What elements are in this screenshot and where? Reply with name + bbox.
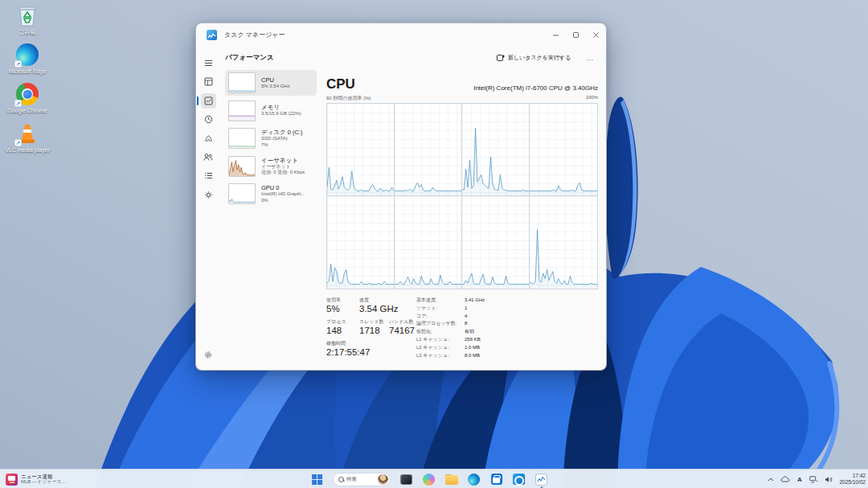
- cpu-heading: CPU: [326, 77, 355, 92]
- task-manager-icon: [535, 474, 547, 486]
- cpu-detail-pane: CPU Intel(R) Core(TM) i7-6700 CPU @ 3.40…: [326, 70, 598, 370]
- sidebar-item-title: ディスク 0 (C:): [261, 129, 303, 136]
- desktop-icon-recycle-bin[interactable]: ごみ箱: [3, 3, 51, 35]
- taskbar-outlook-button[interactable]: [512, 473, 526, 486]
- sidebar-item-sub: 5% 3.54 GHz: [261, 84, 290, 90]
- sidebar-item-title: イーサネット: [261, 157, 305, 164]
- taskbar-task-manager-button[interactable]: [534, 473, 548, 486]
- nav-services-icon[interactable]: [201, 187, 216, 203]
- settings-gear-icon[interactable]: [201, 347, 216, 363]
- nav-menu-button[interactable]: [201, 55, 216, 71]
- sidebar-item-gpu[interactable]: GPU 0 Intel(R) HD Graphi... 0%: [225, 181, 317, 207]
- recycle-bin-icon: [17, 3, 38, 27]
- sidebar-item-ethernet[interactable]: イーサネット イーサネット 送信: 0 受信: 0 Kbps: [225, 154, 317, 179]
- sidebar-item-cpu[interactable]: CPU 5% 3.54 GHz: [225, 70, 317, 96]
- maximize-button[interactable]: [566, 23, 586, 46]
- search-placeholder: 検索: [346, 476, 375, 483]
- search-avatar: [378, 474, 388, 485]
- sidebar-item-title: CPU: [261, 76, 290, 84]
- desktop-icons: ごみ箱 ↗ Microsoft Edge ↗ Google Chrome ↗ V…: [3, 3, 51, 154]
- tray-chevron-icon[interactable]: [764, 473, 776, 486]
- sidebar-item-sub: 送信: 0 受信: 0 Kbps: [261, 170, 305, 176]
- widget-subtitle: MLB ―ドジャース…: [21, 479, 67, 486]
- spec-value: 4: [465, 313, 467, 321]
- edge-icon: [468, 474, 480, 486]
- shortcut-arrow-icon: ↗: [14, 100, 22, 107]
- desktop-icon-vlc[interactable]: ↗ VLC media player: [3, 121, 51, 154]
- desktop-icon-label: VLC media player: [5, 147, 50, 154]
- nav-users-icon[interactable]: [201, 150, 216, 165]
- sidebar-item-sub: 7%: [261, 142, 303, 149]
- copilot-icon: [423, 474, 435, 486]
- performance-sidebar: CPU 5% 3.54 GHz メモリ 3.5/15.9 GB (22%): [222, 70, 317, 370]
- cpu-core-graph: [530, 196, 597, 289]
- disk-preview-graph: [228, 128, 256, 149]
- network-icon[interactable]: [808, 473, 820, 486]
- cpu-chip-name: Intel(R) Core(TM) i7-6700 CPU @ 3.40GHz: [473, 84, 598, 92]
- task-manager-window: タスク マネージャー パフォーマンス: [195, 23, 607, 371]
- spec-label: ソケット:: [416, 305, 465, 313]
- nav-details-icon[interactable]: [201, 168, 216, 183]
- task-manager-app-icon: [207, 30, 217, 40]
- widgets-button[interactable]: ニュース速報 MLB ―ドジャース…: [6, 470, 67, 488]
- cpu-core-graph: [530, 104, 597, 196]
- spec-value: 8.0 MB: [465, 352, 480, 360]
- search-box[interactable]: 検索: [333, 473, 391, 486]
- nav-performance-icon[interactable]: [201, 93, 216, 109]
- volume-icon[interactable]: [822, 473, 834, 486]
- system-tray: A 17:42 2025/10/02: [764, 470, 866, 488]
- taskbar-store-button[interactable]: [489, 473, 503, 486]
- spec-label: 論理プロセッサ数:: [416, 320, 465, 328]
- desktop-icon-edge[interactable]: ↗ Microsoft Edge: [3, 43, 51, 75]
- tray-clock[interactable]: 17:42 2025/10/02: [839, 473, 866, 486]
- windows-logo-icon: [312, 474, 322, 485]
- sidebar-item-sub: SSD (SATA): [261, 136, 303, 142]
- stat-value: 148: [326, 325, 359, 337]
- sidebar-item-memory[interactable]: メモリ 3.5/15.9 GB (22%): [225, 98, 317, 124]
- cpu-usage-graph[interactable]: [326, 103, 598, 289]
- spec-label: L3 キャッシュ:: [416, 352, 465, 360]
- desktop-icon-chrome[interactable]: ↗ Google Chrome: [3, 82, 51, 114]
- tray-time: 17:42: [839, 473, 866, 479]
- desktop: ごみ箱 ↗ Microsoft Edge ↗ Google Chrome ↗ V…: [0, 0, 868, 488]
- cpu-core-graph: [462, 196, 530, 289]
- close-button[interactable]: [586, 23, 606, 46]
- spec-value: 8: [465, 320, 467, 328]
- desktop-icon-label: ごみ箱: [18, 29, 35, 35]
- stat-label: 稼働時間: [326, 340, 416, 347]
- stat-label: プロセス: [326, 318, 359, 325]
- sidebar-item-sub: イーサネット: [261, 164, 305, 170]
- ime-indicator[interactable]: A: [793, 473, 805, 486]
- stat-label: 使用率: [326, 297, 359, 303]
- more-options-button[interactable]: ...: [582, 53, 598, 64]
- nav-startup-apps-icon[interactable]: [201, 131, 216, 146]
- taskbar-task-view-button[interactable]: [399, 473, 413, 486]
- taskbar-copilot-button[interactable]: [422, 473, 436, 486]
- spec-label: コア:: [416, 313, 465, 321]
- stat-label: 速度: [359, 297, 399, 303]
- shortcut-arrow-icon: ↗: [14, 139, 22, 146]
- run-new-task-button[interactable]: 新しいタスクを実行する: [492, 51, 575, 64]
- spec-value: 1.0 MB: [465, 344, 480, 352]
- gpu-preview-graph: [228, 183, 256, 204]
- nav-rail: [196, 46, 220, 370]
- cpu-core-graph: [395, 196, 462, 289]
- stat-label: ハンドル数: [389, 318, 415, 325]
- stat-value: 2:17:55:47: [326, 347, 416, 359]
- sidebar-item-title: GPU 0: [261, 184, 305, 191]
- cpu-core-graph: [327, 104, 395, 196]
- taskbar: ニュース速報 MLB ―ドジャース… 検索 A: [0, 469, 868, 488]
- titlebar[interactable]: タスク マネージャー: [196, 23, 606, 46]
- taskbar-file-explorer-button[interactable]: [444, 473, 458, 486]
- stat-value: 5%: [326, 303, 359, 315]
- nav-app-history-icon[interactable]: [201, 112, 216, 127]
- taskbar-edge-button[interactable]: [467, 473, 481, 486]
- onedrive-icon[interactable]: [779, 473, 791, 486]
- start-button[interactable]: [310, 473, 324, 486]
- minimize-button[interactable]: [546, 23, 566, 46]
- spec-value: 256 KB: [465, 336, 481, 344]
- nav-processes-icon[interactable]: [201, 74, 216, 89]
- run-new-task-label: 新しいタスクを実行する: [508, 54, 571, 62]
- sidebar-item-disk[interactable]: ディスク 0 (C:) SSD (SATA) 7%: [225, 125, 317, 151]
- sidebar-item-title: メモリ: [261, 104, 301, 111]
